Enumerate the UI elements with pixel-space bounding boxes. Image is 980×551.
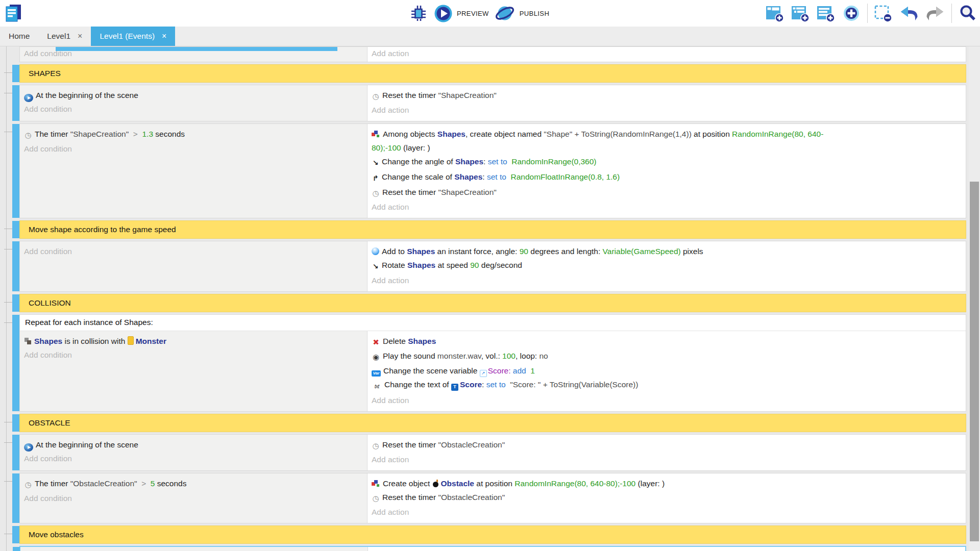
action-instruction[interactable]: Create object Obstacle at position Rando…: [372, 477, 962, 490]
add-action-button[interactable]: Add action: [372, 453, 962, 466]
action-instruction[interactable]: ◷Reset the timer "ShapeCreation": [372, 185, 962, 200]
delete-icon: ✖: [372, 335, 380, 349]
tab-bar: Home Level1 × Level1 (Events) ×: [0, 27, 980, 46]
rotate-icon: ↘: [372, 260, 379, 273]
publish-button[interactable]: PUBLISH: [494, 4, 549, 23]
tab-level1[interactable]: Level1 ×: [38, 27, 91, 46]
add-event-icon[interactable]: [766, 5, 785, 22]
timer-icon: ◷: [372, 89, 380, 103]
action-instruction[interactable]: ↱Change the scale of Shapes: set to Rand…: [372, 170, 962, 185]
add-condition-button[interactable]: Add condition: [24, 348, 363, 362]
condition-instruction[interactable]: ▶At the beginning of the scene: [24, 438, 363, 452]
action-instruction[interactable]: 80);-100 (layer: ): [372, 141, 962, 155]
condition-instruction[interactable]: ◷The timer "ObstacleCreation" > 5 second…: [24, 477, 363, 491]
tab-home-label: Home: [9, 32, 30, 41]
main-toolbar: PREVIEW PUBLISH: [0, 0, 980, 27]
preview-label: PREVIEW: [457, 10, 489, 17]
action-instruction[interactable]: Among objects Shapes, create object name…: [372, 127, 962, 141]
app-logo-icon[interactable]: [4, 3, 22, 23]
action-instruction[interactable]: VarChange the scene variable ↗Score: add…: [372, 364, 962, 378]
event-row[interactable]: ▶At the beginning of the scene Add condi…: [19, 85, 966, 121]
action-instruction[interactable]: ✖Delete Shapes: [372, 334, 962, 349]
timer-icon: ◷: [372, 439, 380, 453]
close-tab-icon[interactable]: ×: [162, 32, 166, 41]
add-action-button[interactable]: Add action: [372, 103, 962, 117]
force-icon: [372, 247, 379, 255]
add-condition-button[interactable]: Add condition: [24, 548, 363, 551]
add-condition-button[interactable]: Add condition: [24, 142, 363, 156]
group-header-shapes[interactable]: SHAPES: [19, 64, 966, 83]
scrollbar-thumb[interactable]: [970, 182, 979, 541]
action-instruction[interactable]: txtChange the text of TScore: set to "Sc…: [372, 378, 962, 393]
vertical-scrollbar[interactable]: [969, 46, 980, 551]
obstacle-object-icon: [432, 480, 439, 487]
text-object-icon: T: [451, 384, 458, 391]
condition-instruction[interactable]: Shapes is in collision with Monster: [24, 334, 363, 348]
add-action-button[interactable]: Add action: [372, 273, 962, 287]
action-instruction[interactable]: ◉Play the sound monster.wav, vol.: 100, …: [372, 349, 962, 364]
group-header-collision[interactable]: COLLISION: [19, 294, 966, 312]
add-action-button[interactable]: Add action: [372, 548, 961, 551]
monster-object-icon: [128, 336, 134, 345]
action-instruction[interactable]: ↘Change the angle of Shapes: set to Rand…: [372, 155, 962, 170]
create-object-icon: [372, 480, 380, 487]
selection-highlight: [56, 47, 337, 51]
event-row[interactable]: ▶At the beginning of the scene Add condi…: [19, 434, 966, 471]
action-instruction[interactable]: ◷Reset the timer "ObstacleCreation": [372, 438, 962, 453]
tab-level1-label: Level1: [47, 32, 70, 41]
delete-selection-icon[interactable]: [874, 5, 893, 22]
add-condition-button[interactable]: Add condition: [24, 244, 363, 258]
events-sheet: Add condition Add action SHAPES ▶At the …: [0, 46, 980, 551]
toolbar-separator: [867, 4, 868, 23]
publish-label: PUBLISH: [520, 10, 549, 17]
group-header-move-shape[interactable]: Move shape according to the game speed: [19, 220, 966, 239]
event-row-selected[interactable]: Add condition Add action: [19, 546, 966, 551]
search-icon[interactable]: [959, 4, 977, 22]
toolbar-separator: [951, 4, 952, 23]
add-condition-button[interactable]: Add condition: [24, 452, 363, 465]
timer-icon: ◷: [372, 491, 380, 505]
play-scene-icon: ▶: [24, 443, 33, 452]
play-icon: [434, 4, 453, 23]
event-row[interactable]: ◷The timer "ObstacleCreation" > 5 second…: [19, 473, 966, 523]
debug-icon[interactable]: [408, 4, 429, 23]
angle-icon: ↘: [372, 156, 379, 170]
tab-home[interactable]: Home: [0, 27, 38, 46]
timer-icon: ◷: [24, 478, 32, 491]
undo-icon[interactable]: [899, 5, 919, 22]
event-row[interactable]: Add condition Add to Shapes an instant f…: [19, 241, 966, 292]
add-action-button[interactable]: Add action: [372, 46, 962, 60]
redo-icon[interactable]: [925, 5, 945, 22]
add-comment-icon[interactable]: [817, 5, 836, 22]
for-each-header[interactable]: Repeat for each instance of Shapes:: [20, 315, 966, 331]
close-tab-icon[interactable]: ×: [78, 32, 82, 41]
action-instruction[interactable]: ◷Reset the timer "ShapeCreation": [372, 88, 962, 103]
add-action-button[interactable]: Add action: [372, 505, 962, 519]
tree-rail: [6, 46, 7, 551]
preview-button[interactable]: PREVIEW: [434, 4, 489, 23]
add-condition-button[interactable]: Add condition: [24, 102, 363, 116]
text-icon: txt: [372, 380, 382, 393]
add-action-button[interactable]: Add action: [372, 200, 962, 214]
scene-var-icon: ↗: [480, 370, 487, 377]
shapes-object-icon: [24, 337, 32, 345]
add-action-button[interactable]: Add action: [372, 393, 962, 407]
globe-icon: [494, 4, 516, 23]
action-instruction[interactable]: ↘Rotate Shapes at speed 90 deg/second: [372, 258, 962, 273]
add-subevent-icon[interactable]: [791, 5, 810, 22]
group-header-move-obstacles[interactable]: Move obstacles: [19, 525, 966, 544]
condition-instruction[interactable]: ◷The timer "ShapeCreation" > 1.3 seconds: [24, 127, 363, 142]
tab-level1-events[interactable]: Level1 (Events) ×: [91, 27, 175, 46]
variable-icon: Var: [372, 370, 381, 377]
condition-instruction[interactable]: ▶At the beginning of the scene: [24, 88, 363, 102]
for-each-event[interactable]: Repeat for each instance of Shapes: Shap…: [19, 314, 966, 412]
action-instruction[interactable]: Add to Shapes an instant force, angle: 9…: [372, 244, 962, 258]
add-instruction-icon[interactable]: [842, 4, 861, 22]
event-row[interactable]: ◷The timer "ShapeCreation" > 1.3 seconds…: [19, 123, 966, 218]
play-scene-icon: ▶: [24, 94, 33, 102]
event-row[interactable]: Add condition Add action: [19, 46, 966, 62]
group-header-obstacle[interactable]: OBSTACLE: [19, 414, 966, 432]
add-condition-button[interactable]: Add condition: [24, 491, 363, 505]
action-instruction[interactable]: ◷Reset the timer "ObstacleCreation": [372, 490, 962, 505]
sound-icon: ◉: [372, 350, 380, 364]
